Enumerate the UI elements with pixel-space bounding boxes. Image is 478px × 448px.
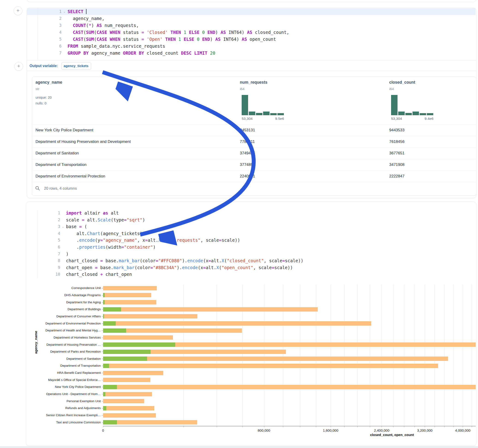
histogram-bar	[420, 113, 426, 115]
y-axis-tick	[102, 423, 103, 423]
line-number: 5	[26, 237, 60, 244]
table-row[interactable]	[32, 124, 476, 136]
bar-closed	[103, 321, 371, 326]
bar-closed	[103, 300, 156, 305]
code-line[interactable]: 1⌄SELECT	[27, 8, 475, 15]
histogram-bar	[405, 113, 412, 115]
sql-code-editor[interactable]: 1⌄SELECT 2 agency_name,3 COUNT(*) AS num…	[27, 8, 475, 60]
code-line[interactable]: 7)	[26, 251, 475, 258]
y-axis-label: Operations Unit - Department of Hom…	[27, 392, 101, 396]
y-axis-label: Department of Environmental Protection	[27, 322, 101, 325]
code-line[interactable]: 9chart_open = base.mark_bar(color="#8BC3…	[26, 264, 475, 271]
histogram-bar	[263, 112, 270, 115]
line-number: 6	[27, 43, 62, 50]
code-line[interactable]: 4 alt.Chart(agency_tickets)	[26, 230, 475, 237]
search-icon[interactable]	[35, 186, 40, 191]
code-text: import altair as alt	[66, 210, 119, 217]
y-axis-label: Department of Transportation	[27, 364, 101, 367]
y-axis-tick	[102, 380, 103, 380]
bar-open	[103, 420, 117, 424]
table-row[interactable]	[32, 136, 476, 148]
fold-chevron-icon[interactable]: ⌄	[61, 223, 65, 230]
line-number: 3	[26, 223, 60, 230]
code-line[interactable]: 5 .encode(y="agency_name", x=alt.X("num_…	[26, 237, 475, 244]
line-number: 7	[27, 50, 62, 56]
y-axis-label: Mayorâ€ s Office of Special Enforce…	[27, 378, 101, 382]
fold-chevron-icon[interactable]: ⌄	[62, 8, 66, 15]
line-number: 4	[26, 230, 60, 237]
code-line[interactable]: 10chart_closed + chart_open	[26, 271, 475, 278]
line-number: 6	[26, 244, 60, 251]
code-line[interactable]: 3⌄base = (	[26, 223, 475, 230]
bar-open	[103, 321, 116, 326]
cell-divider	[27, 60, 476, 61]
y-axis-label: Taxi and Limousine Commission	[27, 421, 101, 424]
row-divider	[32, 182, 476, 182]
bar-closed	[103, 420, 197, 424]
code-line[interactable]: 4 CAST(SUM(CASE WHEN status = 'Closed' T…	[27, 29, 475, 36]
x-tick-label: 0	[102, 428, 104, 432]
code-line[interactable]: 2 agency_name,	[27, 15, 475, 22]
table-row[interactable]	[32, 159, 476, 171]
column-type: i64	[240, 87, 245, 91]
y-axis-tick	[102, 338, 103, 338]
line-number: 8	[26, 257, 60, 264]
bar-open	[103, 328, 126, 333]
y-axis-tick	[102, 359, 103, 359]
y-axis-label: Department for the Aging	[27, 300, 101, 304]
code-text: chart_closed + chart_open	[66, 271, 132, 278]
code-line[interactable]: 7GROUP BY agency_name ORDER BY closed_co…	[27, 50, 475, 56]
code-line[interactable]: 6FROM sample_data.nyc.service_requests	[27, 43, 475, 50]
bar-open	[103, 406, 106, 411]
grid-line	[217, 285, 217, 426]
column-header: agency_name	[36, 80, 62, 85]
column-header: closed_count	[389, 80, 415, 85]
grid-line	[435, 285, 435, 426]
output-variable-pill[interactable]: agency_tickets	[61, 62, 91, 70]
line-number: 10	[26, 271, 60, 278]
grid-line	[415, 285, 415, 426]
grid-line	[404, 285, 404, 426]
table-row[interactable]	[32, 171, 476, 182]
y-axis-label: DHS Advantage Programs	[27, 293, 101, 297]
code-line[interactable]: 8chart_closed = base.mark_bar(color="#FF…	[26, 257, 475, 264]
bar-closed	[103, 364, 438, 368]
code-line[interactable]: 6 .properties(width="container")	[26, 244, 475, 251]
grid-line	[242, 285, 243, 426]
bar-open	[103, 293, 105, 297]
bar-closed	[103, 307, 318, 311]
code-text: chart_closed = base.mark_bar(color="#FFC…	[66, 257, 303, 264]
grid-line	[357, 285, 358, 426]
table-row[interactable]	[32, 148, 476, 159]
bar-closed	[103, 399, 144, 403]
code-line[interactable]: 3 COUNT(*) AS num_requests,	[27, 22, 475, 29]
histogram-max-label: 9.5e6	[242, 117, 284, 121]
code-line[interactable]: 5 CAST(SUM(CASE WHEN status = 'Open' THE…	[27, 36, 475, 43]
bar-open	[103, 314, 104, 318]
bar-closed	[103, 314, 197, 318]
add-cell-button[interactable]: +	[14, 6, 22, 15]
active-line-highlight	[27, 8, 475, 15]
code-text: CAST(SUM(CASE WHEN status = 'Closed' THE…	[68, 29, 289, 36]
y-axis-label: Refunds and Adjustments	[27, 406, 101, 410]
bar-open	[103, 392, 105, 396]
python-code-editor[interactable]: 1import altair as alt2scale = alt.Scale(…	[26, 210, 475, 279]
y-axis-tick	[102, 373, 103, 373]
column-stat: nulls: 0	[36, 101, 47, 105]
grid-line	[300, 285, 300, 426]
code-text: .properties(width="container")	[66, 244, 156, 251]
add-cell-button[interactable]: +	[14, 62, 23, 71]
code-text: base = (	[66, 223, 87, 230]
y-axis-title: agency_name	[34, 331, 38, 354]
code-text: alt.Chart(agency_tickets)	[66, 230, 143, 237]
bar-closed	[103, 406, 154, 411]
code-line[interactable]: 1import altair as alt	[26, 210, 475, 217]
histogram-bar	[270, 113, 277, 115]
y-axis-tick	[102, 345, 103, 345]
code-line[interactable]: 2scale = alt.Scale(type="sqrt")	[26, 217, 475, 224]
histogram-bar	[256, 113, 262, 115]
bar-closed	[103, 356, 448, 361]
previous-cell-remnant	[27, 0, 476, 2]
y-axis-tick	[102, 295, 103, 295]
column-type: i64	[389, 87, 394, 91]
